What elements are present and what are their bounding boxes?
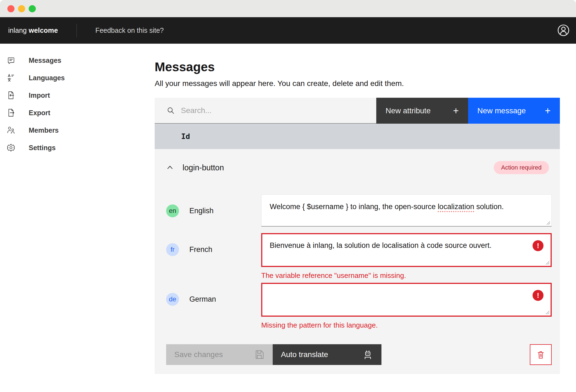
misspelled-word: localization xyxy=(438,203,474,212)
chevron-up-icon[interactable] xyxy=(166,164,174,171)
search-field[interactable] xyxy=(155,98,376,124)
text-segment: Welcome { $username } to inlang, the ope… xyxy=(270,203,438,211)
save-icon xyxy=(254,349,265,360)
translation-textarea-fr[interactable]: Bienvenue à inlang, la solution de local… xyxy=(261,233,552,267)
main-content: Messages All your messages will appear h… xyxy=(155,44,560,374)
error-icon: ! xyxy=(533,290,543,301)
chat-icon xyxy=(7,56,15,65)
text-segment: solution. xyxy=(474,203,504,211)
feedback-link[interactable]: Feedback on this site? xyxy=(95,26,164,34)
resize-handle[interactable] xyxy=(545,310,549,314)
new-attribute-button[interactable]: New attribute + xyxy=(376,98,468,124)
language-badge-fr: fr xyxy=(166,243,179,256)
error-message: Missing the pattern for this language. xyxy=(261,321,552,329)
delete-message-button[interactable] xyxy=(530,344,552,365)
resize-handle[interactable] xyxy=(546,221,550,225)
sidebar-item-members[interactable]: Members xyxy=(0,121,154,139)
new-attribute-label: New attribute xyxy=(386,106,431,115)
sidebar-item-languages[interactable]: Languages xyxy=(0,69,154,87)
error-message: The variable reference "username" is mis… xyxy=(261,271,552,280)
language-name: English xyxy=(189,207,214,215)
close-window-button[interactable] xyxy=(7,5,14,12)
language-name: French xyxy=(189,245,212,254)
toolbar: New attribute + New message + xyxy=(155,98,560,124)
sidebar-item-label: Messages xyxy=(29,57,61,64)
new-message-label: New message xyxy=(477,106,526,115)
language-cell: de German xyxy=(166,283,261,316)
status-badge: Action required xyxy=(494,161,549,174)
save-changes-button[interactable]: Save changes xyxy=(166,344,273,365)
error-icon: ! xyxy=(533,240,543,251)
save-changes-label: Save changes xyxy=(174,350,223,359)
language-cell: en English xyxy=(166,194,261,227)
translation-row-german: de German ! Missing the pattern for this… xyxy=(166,283,552,329)
plus-icon: + xyxy=(545,106,551,116)
translation-row-english: en English Welcome { $username } to inla… xyxy=(166,194,552,227)
search-input[interactable] xyxy=(181,106,376,115)
sidebar: Messages Languages Import Export xyxy=(0,44,154,156)
language-name: German xyxy=(189,295,216,304)
robot-icon xyxy=(362,349,373,360)
search-icon xyxy=(167,106,175,115)
page-subtitle: All your messages will appear here. You … xyxy=(155,79,560,88)
sidebar-item-export[interactable]: Export xyxy=(0,104,154,121)
header-divider xyxy=(77,24,77,37)
new-message-button[interactable]: New message + xyxy=(468,98,560,124)
maximize-window-button[interactable] xyxy=(29,5,36,12)
resize-handle[interactable] xyxy=(545,261,549,265)
translate-icon xyxy=(7,73,15,82)
minimize-window-button[interactable] xyxy=(18,5,25,12)
sidebar-item-label: Import xyxy=(29,91,50,99)
message-actions: Save changes Auto translate xyxy=(166,344,552,365)
sidebar-item-messages[interactable]: Messages xyxy=(0,52,154,69)
table-header-id: Id xyxy=(155,124,560,149)
export-icon xyxy=(7,108,15,117)
translation-textarea-de[interactable]: ! xyxy=(261,283,552,317)
message-row-header: login-button Action required xyxy=(166,149,552,174)
sidebar-item-label: Export xyxy=(29,109,50,117)
language-badge-en: en xyxy=(166,204,179,217)
user-avatar-icon[interactable] xyxy=(557,24,570,37)
language-badge-de: de xyxy=(166,293,179,306)
app-header: inlang welcome Feedback on this site? xyxy=(0,17,576,44)
brand-logo[interactable]: inlang welcome xyxy=(8,26,58,34)
settings-icon xyxy=(7,143,15,152)
trash-icon xyxy=(536,350,545,359)
translation-textarea-en[interactable]: Welcome { $username } to inlang, the ope… xyxy=(261,194,552,227)
auto-translate-label: Auto translate xyxy=(281,350,328,359)
sidebar-item-label: Settings xyxy=(29,144,56,152)
plus-icon: + xyxy=(453,106,459,116)
sidebar-item-import[interactable]: Import xyxy=(0,87,154,104)
window-titlebar xyxy=(0,0,576,17)
import-icon xyxy=(7,91,15,100)
message-id: login-button xyxy=(183,163,224,172)
language-cell: fr French xyxy=(166,233,261,266)
sidebar-item-label: Languages xyxy=(29,74,65,82)
translations: en English Welcome { $username } to inla… xyxy=(166,194,552,329)
sidebar-item-label: Members xyxy=(29,126,59,134)
text-segment: Bienvenue à inlang, la solution de local… xyxy=(270,241,492,250)
message-card: login-button Action required en English … xyxy=(155,149,560,374)
page-title: Messages xyxy=(155,60,560,74)
app-window: inlang welcome Feedback on this site? Me… xyxy=(0,0,576,392)
translation-row-french: fr French Bienvenue à inlang, la solutio… xyxy=(166,233,552,280)
sidebar-item-settings[interactable]: Settings xyxy=(0,139,154,156)
members-icon xyxy=(7,126,15,135)
auto-translate-button[interactable]: Auto translate xyxy=(273,344,381,365)
